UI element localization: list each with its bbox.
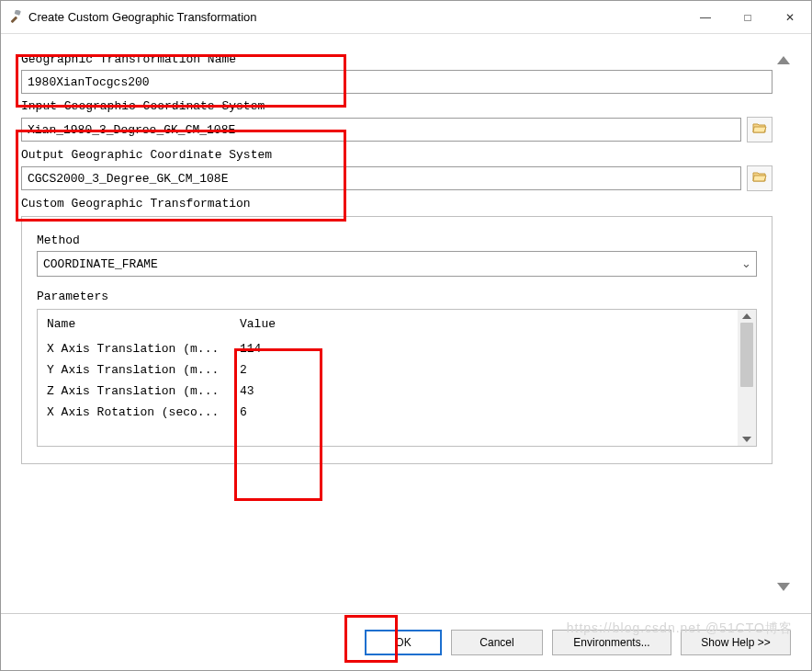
table-header-row: Name Value [38, 310, 738, 338]
folder-open-icon [752, 121, 767, 138]
input-gcs-input[interactable] [21, 118, 741, 142]
maximize-button[interactable]: □ [727, 1, 769, 33]
param-name-cell: Z Axis Translation (m... [38, 381, 231, 402]
content-area: Geographic Transformation Name Input Geo… [1, 34, 811, 613]
folder-open-icon [752, 170, 767, 187]
param-value-cell[interactable]: 2 [231, 359, 738, 381]
method-select[interactable]: COORDINATE_FRAME [37, 251, 757, 277]
browse-input-gcs-button[interactable] [747, 117, 773, 142]
svg-rect-0 [10, 16, 17, 23]
parameters-table-wrap: Name Value X Axis Translation (m... 114 … [37, 309, 757, 447]
table-row[interactable]: Z Axis Translation (m... 43 [38, 381, 738, 402]
custom-transformation-label: Custom Geographic Transformation [21, 197, 773, 210]
scroll-down-icon[interactable] [742, 437, 751, 442]
table-row[interactable]: X Axis Translation (m... 114 [38, 338, 738, 359]
page-scroll-indicator[interactable] [773, 47, 795, 600]
title-bar: Create Custom Geographic Transformation … [1, 1, 811, 34]
show-help-button[interactable]: Show Help >> [681, 630, 791, 655]
scroll-thumb[interactable] [740, 323, 753, 387]
parameters-table: Name Value X Axis Translation (m... 114 … [38, 310, 738, 423]
transformation-name-label: Geographic Transformation Name [21, 52, 773, 66]
table-row[interactable]: Y Axis Translation (m... 2 [38, 359, 738, 381]
button-bar: OK Cancel Environments... Show Help >> [1, 613, 811, 670]
window-controls: — □ ✕ [684, 1, 811, 33]
ok-button[interactable]: OK [365, 630, 442, 655]
col-name-header: Name [38, 310, 231, 338]
param-value-cell[interactable]: 114 [231, 338, 738, 359]
custom-transformation-group: Method COORDINATE_FRAME ⌄ Parameters Nam… [21, 216, 773, 464]
svg-rect-1 [14, 10, 20, 16]
param-name-cell: X Axis Translation (m... [38, 338, 231, 359]
parameters-scrollbar[interactable] [738, 310, 756, 446]
table-row[interactable]: X Axis Rotation (seco... 6 [38, 402, 738, 423]
method-value: COORDINATE_FRAME [43, 257, 158, 271]
col-value-header: Value [231, 310, 738, 338]
param-value-cell[interactable]: 43 [231, 381, 738, 402]
minimize-button[interactable]: — [684, 1, 727, 33]
output-gcs-label: Output Geographic Coordinate System [21, 148, 773, 162]
scroll-up-icon[interactable] [742, 313, 751, 319]
output-gcs-input[interactable] [21, 166, 741, 190]
form-column: Geographic Transformation Name Input Geo… [21, 47, 773, 600]
param-value-cell[interactable]: 6 [231, 402, 738, 423]
param-name-cell: Y Axis Translation (m... [38, 359, 231, 381]
parameters-label: Parameters [37, 290, 757, 303]
window-title: Create Custom Geographic Transformation [28, 10, 684, 24]
page-scroll-up-icon[interactable] [777, 56, 790, 64]
hammer-icon [8, 10, 23, 25]
transformation-name-input[interactable] [21, 70, 773, 94]
input-gcs-label: Input Geographic Coordinate System [21, 99, 773, 113]
method-label: Method [37, 233, 757, 247]
param-name-cell: X Axis Rotation (seco... [38, 402, 231, 423]
cancel-button[interactable]: Cancel [451, 630, 543, 655]
browse-output-gcs-button[interactable] [747, 165, 773, 191]
close-button[interactable]: ✕ [769, 1, 811, 33]
environments-button[interactable]: Environments... [552, 630, 671, 655]
page-scroll-down-icon[interactable] [777, 583, 790, 591]
